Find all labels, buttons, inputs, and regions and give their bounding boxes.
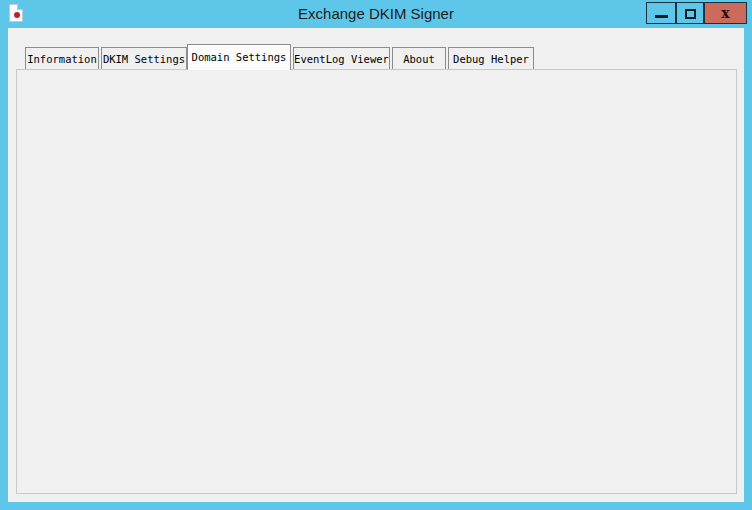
minimize-icon (655, 15, 668, 18)
maximize-icon (685, 9, 696, 19)
tab-about[interactable]: About (392, 47, 446, 70)
domain-settings-tab-panel (16, 69, 737, 494)
tab-dkim-settings[interactable]: DKIM Settings (101, 47, 187, 70)
tab-debug-helper[interactable]: Debug Helper (448, 47, 534, 70)
window-title: Exchange DKIM Signer (0, 0, 752, 28)
dialog-content: Information DKIM Settings Domain Setting… (8, 28, 744, 502)
tab-eventlog-viewer[interactable]: EventLog Viewer (293, 47, 390, 70)
minimize-button[interactable] (646, 2, 676, 24)
close-icon: x (721, 5, 729, 21)
close-button[interactable]: x (704, 2, 747, 24)
app-window: Exchange DKIM Signer x Information DKIM … (0, 0, 752, 510)
title-bar: Exchange DKIM Signer x (0, 0, 752, 28)
tab-information[interactable]: Information (25, 47, 99, 70)
maximize-button[interactable] (676, 2, 704, 24)
tab-domain-settings[interactable]: Domain Settings (187, 44, 291, 70)
